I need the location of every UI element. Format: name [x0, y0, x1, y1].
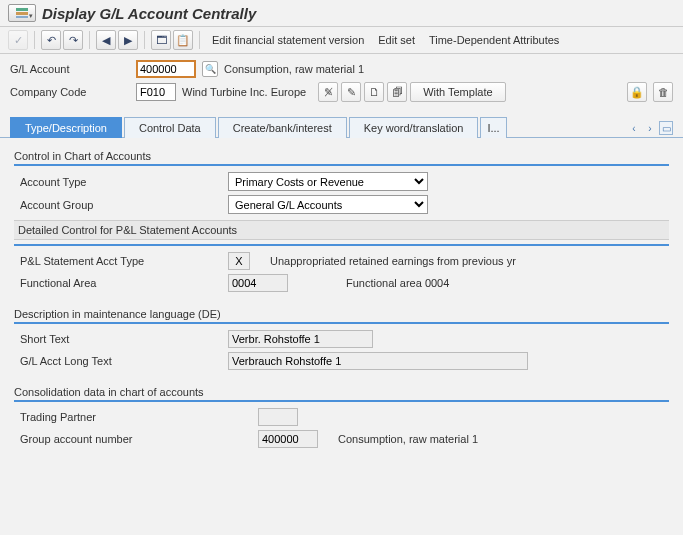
short-text-input[interactable] [228, 330, 373, 348]
edit-icon[interactable]: ✎ [341, 82, 361, 102]
company-code-desc: Wind Turbine Inc. Europe [182, 86, 306, 98]
gl-account-desc: Consumption, raw material 1 [224, 63, 364, 75]
svg-rect-0 [16, 8, 28, 11]
save-icon: ✓ [8, 30, 28, 50]
page-title: Display G/L Account Centrally [42, 5, 256, 22]
search-help-icon[interactable]: 🔍 [202, 61, 218, 77]
group-consol-title: Consolidation data in chart of accounts [14, 386, 669, 402]
menu-icon[interactable] [8, 4, 36, 22]
svg-rect-2 [16, 16, 28, 18]
svg-rect-1 [16, 12, 28, 15]
trading-partner-input[interactable] [258, 408, 298, 426]
other-object-icon[interactable]: 📋 [173, 30, 193, 50]
account-group-label: Account Group [20, 199, 220, 211]
short-text-label: Short Text [20, 333, 220, 345]
tab-type-description[interactable]: Type/Description [10, 117, 122, 138]
account-type-label: Account Type [20, 176, 220, 188]
edit-set-link[interactable]: Edit set [372, 31, 421, 49]
with-template-button[interactable]: With Template [410, 82, 506, 102]
long-text-label: G/L Acct Long Text [20, 355, 220, 367]
edit-fs-link[interactable]: Edit financial statement version [206, 31, 370, 49]
copy-icon[interactable]: 🗐 [387, 82, 407, 102]
pl-type-desc: Unappropriated retained earnings from pr… [270, 255, 516, 267]
display-change-icon[interactable]: 🗔 [151, 30, 171, 50]
company-code-label: Company Code [10, 86, 130, 98]
group-control-title: Control in Chart of Accounts [14, 150, 669, 166]
tab-keyword-translation[interactable]: Key word/translation [349, 117, 479, 138]
account-group-select[interactable]: General G/L Accounts [228, 195, 428, 214]
redo-icon[interactable]: ↷ [63, 30, 83, 50]
time-dep-link[interactable]: Time-Dependent Attributes [423, 31, 565, 49]
long-text-input[interactable] [228, 352, 528, 370]
tab-create-bank-interest[interactable]: Create/bank/interest [218, 117, 347, 138]
trading-partner-label: Trading Partner [20, 411, 250, 423]
tab-list-icon[interactable]: ▭ [659, 121, 673, 135]
gl-account-label: G/L Account [10, 63, 130, 75]
group-desc-title: Description in maintenance language (DE) [14, 308, 669, 324]
undo-icon[interactable]: ↶ [41, 30, 61, 50]
tab-overflow[interactable]: I... [480, 117, 506, 138]
group-account-desc: Consumption, raw material 1 [338, 433, 478, 445]
display-icon[interactable]: ✎̸ [318, 82, 338, 102]
tab-scroll-left-icon[interactable]: ‹ [627, 121, 641, 135]
pl-type-input[interactable] [228, 252, 250, 270]
subgroup-pl-title: Detailed Control for P&L Statement Accou… [14, 220, 669, 240]
lock-icon[interactable]: 🔒 [627, 82, 647, 102]
pl-type-label: P&L Statement Acct Type [20, 255, 220, 267]
gl-account-input[interactable] [136, 60, 196, 78]
group-account-input[interactable] [258, 430, 318, 448]
create-icon[interactable]: 🗋 [364, 82, 384, 102]
tab-control-data[interactable]: Control Data [124, 117, 216, 138]
next-icon[interactable]: ▶ [118, 30, 138, 50]
account-type-select[interactable]: Primary Costs or Revenue [228, 172, 428, 191]
func-area-label: Functional Area [20, 277, 220, 289]
tab-scroll-right-icon[interactable]: › [643, 121, 657, 135]
delete-icon[interactable]: 🗑 [653, 82, 673, 102]
func-area-input[interactable] [228, 274, 288, 292]
prev-icon[interactable]: ◀ [96, 30, 116, 50]
func-area-desc: Functional area 0004 [346, 277, 449, 289]
company-code-input[interactable] [136, 83, 176, 101]
group-account-label: Group account number [20, 433, 250, 445]
